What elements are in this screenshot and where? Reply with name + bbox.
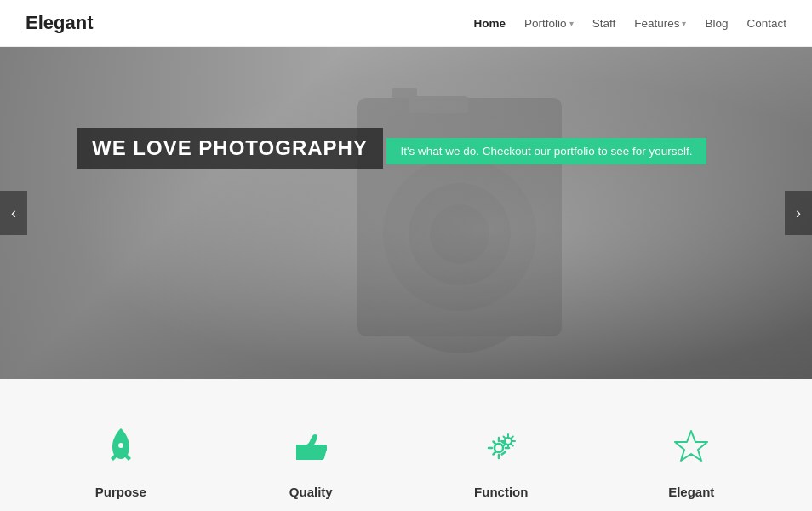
- features-section: Purpose Vestibulum sapien nisi, suscipit…: [0, 379, 812, 511]
- hero-content: WE LOVE PHOTOGRAPHY It's what we do. Che…: [77, 128, 706, 175]
- feature-function-title: Function: [474, 485, 528, 499]
- hero-title: WE LOVE PHOTOGRAPHY: [77, 128, 383, 169]
- thumbsup-icon: [285, 422, 336, 473]
- nav-contact[interactable]: Contact: [746, 17, 786, 30]
- star-icon: [666, 422, 717, 473]
- feature-quality: Quality Nam commodo risus pharetra magna…: [226, 422, 396, 511]
- svg-marker-9: [675, 431, 707, 461]
- feature-function-desc: Aenean et tellus id nisi vehicula fringi…: [416, 508, 586, 511]
- nav-blog[interactable]: Blog: [705, 17, 728, 30]
- feature-function: Function Aenean et tellus id nisi vehicu…: [416, 422, 586, 511]
- feature-purpose: Purpose Vestibulum sapien nisi, suscipit…: [36, 422, 206, 511]
- main-nav: Home Portfolio ▾ Staff Features ▾ Blog C…: [474, 17, 786, 30]
- header: Elegant Home Portfolio ▾ Staff Features …: [0, 0, 812, 47]
- nav-portfolio[interactable]: Portfolio ▾: [524, 17, 574, 30]
- nav-staff[interactable]: Staff: [592, 17, 616, 30]
- feature-quality-desc: Nam commodo risus pharetra magna egestas…: [226, 508, 396, 511]
- chevron-down-icon: ▾: [682, 19, 686, 28]
- svg-rect-5: [409, 96, 468, 113]
- feature-purpose-desc: Vestibulum sapien nisi, suscipit vitae e…: [36, 508, 206, 511]
- hero-subtitle: It's what we do. Checkout our portfolio …: [386, 138, 706, 164]
- hero-section: WE LOVE PHOTOGRAPHY It's what we do. Che…: [0, 47, 812, 379]
- chevron-down-icon: ▾: [569, 19, 574, 28]
- feature-elegant: Elegant Mauris accumsan magna in placera…: [606, 422, 776, 511]
- feature-elegant-title: Elegant: [668, 485, 714, 499]
- svg-point-4: [430, 204, 489, 264]
- hero-next-button[interactable]: ›: [785, 191, 812, 235]
- feature-purpose-title: Purpose: [95, 485, 146, 499]
- hero-camera-silhouette: [0, 47, 812, 379]
- feature-quality-title: Quality: [289, 485, 333, 499]
- logo: Elegant: [26, 12, 93, 34]
- nav-features[interactable]: Features ▾: [634, 17, 686, 30]
- hero-prev-button[interactable]: ‹: [0, 191, 27, 235]
- feature-elegant-desc: Mauris accumsan magna in placerat lacini…: [606, 508, 776, 511]
- svg-rect-6: [392, 88, 417, 98]
- gears-icon: [476, 422, 527, 473]
- rocket-icon: [95, 422, 146, 473]
- nav-home[interactable]: Home: [474, 17, 506, 30]
